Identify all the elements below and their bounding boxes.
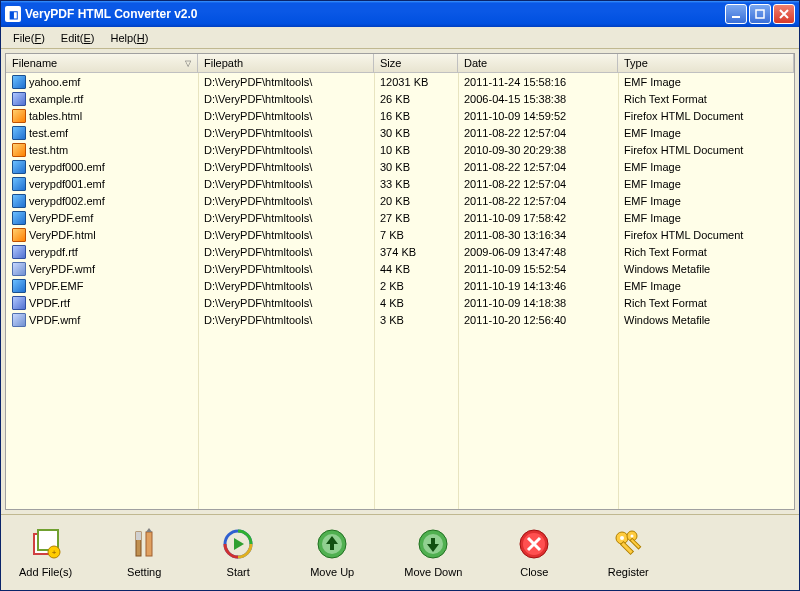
html-file-icon: [12, 109, 26, 123]
filepath-cell: D:\VeryPDF\htmltools\: [198, 279, 374, 293]
emf-file-icon: [12, 126, 26, 140]
move-down-button[interactable]: Move Down: [398, 524, 468, 582]
move-up-label: Move Up: [310, 566, 354, 578]
filepath-cell: D:\VeryPDF\htmltools\: [198, 313, 374, 327]
type-cell: EMF Image: [618, 75, 794, 89]
date-cell: 2011-08-22 12:57:04: [458, 177, 618, 191]
size-cell: 4 KB: [374, 296, 458, 310]
type-cell: EMF Image: [618, 194, 794, 208]
size-cell: 10 KB: [374, 143, 458, 157]
menu-file[interactable]: File(F): [5, 30, 53, 46]
filename-cell: verypdf001.emf: [29, 178, 105, 190]
close-label: Close: [520, 566, 548, 578]
table-row[interactable]: yahoo.emfD:\VeryPDF\htmltools\12031 KB20…: [6, 73, 794, 90]
filename-cell: VPDF.wmf: [29, 314, 80, 326]
table-row[interactable]: test.emfD:\VeryPDF\htmltools\30 KB2011-0…: [6, 124, 794, 141]
svg-text:+: +: [51, 548, 56, 557]
table-row[interactable]: VeryPDF.htmlD:\VeryPDF\htmltools\7 KB201…: [6, 226, 794, 243]
table-row[interactable]: VeryPDF.emfD:\VeryPDF\htmltools\27 KB201…: [6, 209, 794, 226]
move-down-label: Move Down: [404, 566, 462, 578]
move-up-button[interactable]: Move Up: [304, 524, 360, 582]
close-window-button[interactable]: [773, 4, 795, 24]
table-row[interactable]: VPDF.EMFD:\VeryPDF\htmltools\2 KB2011-10…: [6, 277, 794, 294]
filepath-cell: D:\VeryPDF\htmltools\: [198, 245, 374, 259]
type-cell: Rich Text Format: [618, 245, 794, 259]
size-cell: 44 KB: [374, 262, 458, 276]
table-row[interactable]: VPDF.rtfD:\VeryPDF\htmltools\4 KB2011-10…: [6, 294, 794, 311]
wmf-file-icon: [12, 313, 26, 327]
window-controls: [725, 4, 795, 24]
menu-edit[interactable]: Edit(E): [53, 30, 103, 46]
date-cell: 2011-11-24 15:58:16: [458, 75, 618, 89]
table-row[interactable]: verypdf000.emfD:\VeryPDF\htmltools\30 KB…: [6, 158, 794, 175]
titlebar[interactable]: ◧ VeryPDF HTML Converter v2.0: [1, 1, 799, 27]
htm-file-icon: [12, 143, 26, 157]
column-type[interactable]: Type: [618, 54, 794, 72]
size-cell: 30 KB: [374, 126, 458, 140]
table-row[interactable]: example.rtfD:\VeryPDF\htmltools\26 KB200…: [6, 90, 794, 107]
column-filename[interactable]: Filename ▽: [6, 54, 198, 72]
filename-cell: VeryPDF.html: [29, 229, 96, 241]
table-row[interactable]: verypdf002.emfD:\VeryPDF\htmltools\20 KB…: [6, 192, 794, 209]
filename-cell: yahoo.emf: [29, 76, 80, 88]
rtf-file-icon: [12, 92, 26, 106]
setting-button[interactable]: Setting: [116, 524, 172, 582]
filepath-cell: D:\VeryPDF\htmltools\: [198, 109, 374, 123]
filepath-cell: D:\VeryPDF\htmltools\: [198, 262, 374, 276]
filepath-cell: D:\VeryPDF\htmltools\: [198, 126, 374, 140]
add-files-button[interactable]: + Add File(s): [13, 524, 78, 582]
table-row[interactable]: test.htmD:\VeryPDF\htmltools\10 KB2010-0…: [6, 141, 794, 158]
setting-label: Setting: [127, 566, 161, 578]
register-button[interactable]: Register: [600, 524, 656, 582]
app-window: ◧ VeryPDF HTML Converter v2.0 File(F) Ed…: [0, 0, 800, 591]
file-list[interactable]: Filename ▽ Filepath Size Date Type yahoo…: [5, 53, 795, 510]
move-up-icon: [316, 528, 348, 560]
date-cell: 2009-06-09 13:47:48: [458, 245, 618, 259]
column-filepath[interactable]: Filepath: [198, 54, 374, 72]
bottom-toolbar: + Add File(s) Setting Start Move Up: [1, 514, 799, 590]
menu-help[interactable]: Help(H): [102, 30, 156, 46]
table-row[interactable]: verypdf.rtfD:\VeryPDF\htmltools\374 KB20…: [6, 243, 794, 260]
filename-cell: VeryPDF.emf: [29, 212, 93, 224]
column-size[interactable]: Size: [374, 54, 458, 72]
filename-cell: verypdf.rtf: [29, 246, 78, 258]
start-button[interactable]: Start: [210, 524, 266, 582]
wmf-file-icon: [12, 262, 26, 276]
date-cell: 2011-08-22 12:57:04: [458, 160, 618, 174]
table-row[interactable]: VPDF.wmfD:\VeryPDF\htmltools\3 KB2011-10…: [6, 311, 794, 328]
type-cell: EMF Image: [618, 177, 794, 191]
filepath-cell: D:\VeryPDF\htmltools\: [198, 194, 374, 208]
date-cell: 2011-10-09 14:59:52: [458, 109, 618, 123]
emf-file-icon: [12, 75, 26, 89]
minimize-button[interactable]: [725, 4, 747, 24]
table-row[interactable]: tables.htmlD:\VeryPDF\htmltools\16 KB201…: [6, 107, 794, 124]
start-icon: [222, 528, 254, 560]
date-cell: 2011-10-19 14:13:46: [458, 279, 618, 293]
type-cell: Windows Metafile: [618, 313, 794, 327]
start-label: Start: [227, 566, 250, 578]
filepath-cell: D:\VeryPDF\htmltools\: [198, 160, 374, 174]
column-date[interactable]: Date: [458, 54, 618, 72]
filename-cell: VPDF.EMF: [29, 280, 83, 292]
table-row[interactable]: verypdf001.emfD:\VeryPDF\htmltools\33 KB…: [6, 175, 794, 192]
size-cell: 27 KB: [374, 211, 458, 225]
svg-rect-0: [732, 16, 740, 18]
filepath-cell: D:\VeryPDF\htmltools\: [198, 228, 374, 242]
maximize-button[interactable]: [749, 4, 771, 24]
filename-cell: VeryPDF.wmf: [29, 263, 95, 275]
size-cell: 20 KB: [374, 194, 458, 208]
table-row[interactable]: VeryPDF.wmfD:\VeryPDF\htmltools\44 KB201…: [6, 260, 794, 277]
size-cell: 7 KB: [374, 228, 458, 242]
date-cell: 2011-10-09 15:52:54: [458, 262, 618, 276]
close-button[interactable]: Close: [506, 524, 562, 582]
filename-cell: test.emf: [29, 127, 68, 139]
list-body: yahoo.emfD:\VeryPDF\htmltools\12031 KB20…: [6, 73, 794, 328]
svg-point-23: [631, 534, 634, 537]
date-cell: 2006-04-15 15:38:38: [458, 92, 618, 106]
filepath-cell: D:\VeryPDF\htmltools\: [198, 75, 374, 89]
date-cell: 2011-08-22 12:57:04: [458, 126, 618, 140]
filename-cell: test.htm: [29, 144, 68, 156]
date-cell: 2011-10-20 12:56:40: [458, 313, 618, 327]
filename-cell: verypdf002.emf: [29, 195, 105, 207]
move-down-icon: [417, 528, 449, 560]
